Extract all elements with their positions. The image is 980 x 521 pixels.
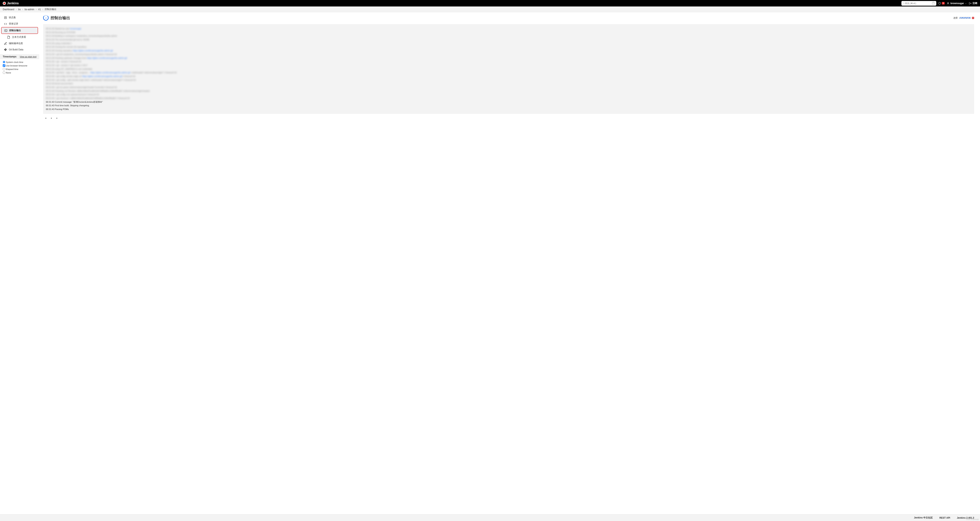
sidebar-item-label: 编辑编译信息 bbox=[9, 42, 23, 45]
jenkins-icon bbox=[3, 2, 6, 5]
brand-text: Jenkins bbox=[7, 2, 19, 5]
in-progress-icon bbox=[43, 15, 49, 21]
timestamp-option-browser-tz[interactable]: Use browser timezone bbox=[3, 64, 37, 67]
breadcrumb: Dashboard › bs › bs-admin › #1 › 控制台输出 bbox=[0, 6, 980, 12]
page-title: 控制台输出 bbox=[51, 15, 70, 21]
breadcrumb-item[interactable]: bs-admin bbox=[24, 8, 34, 11]
git
git-icon bbox=[4, 48, 7, 51]
sidebar-item-label: Git Build Data bbox=[9, 48, 23, 51]
page-title-block: 控制台输出 bbox=[43, 15, 70, 21]
build-progress: 进度: ✕ bbox=[953, 16, 974, 19]
timestamp-option-none[interactable]: None bbox=[3, 71, 37, 74]
jenkins-brand-link[interactable]: Jenkins bbox=[3, 2, 19, 5]
svg-rect-7 bbox=[5, 29, 7, 32]
status-icon bbox=[4, 16, 7, 19]
sidebar-item-edit-build[interactable]: 编辑编译信息 bbox=[1, 40, 38, 46]
console-line: 00:31:43 First time build. Skipping chan… bbox=[46, 104, 971, 107]
alerts-button[interactable]: 1 bbox=[938, 2, 945, 5]
breadcrumb-item[interactable]: Dashboard bbox=[3, 8, 14, 11]
breadcrumb-item[interactable]: 控制台输出 bbox=[45, 8, 56, 11]
timestamps-title: Timestamps bbox=[3, 55, 16, 58]
shield-icon bbox=[938, 2, 941, 5]
radio-none[interactable] bbox=[3, 71, 5, 74]
main-container: 状态集 变更记录 控制台输出 文本方式查看 编辑编译信息 bbox=[0, 12, 980, 121]
sidebar-item-label: 控制台输出 bbox=[9, 29, 21, 32]
sidebar-item-status[interactable]: 状态集 bbox=[1, 14, 38, 21]
timestamps-options: System clock time Use browser timezone E… bbox=[0, 59, 39, 76]
logout-label: 注销 bbox=[972, 2, 977, 5]
timestamp-option-elapsed[interactable]: Elapsed time bbox=[3, 68, 37, 70]
logout-icon bbox=[969, 2, 972, 5]
chevron-right-icon: › bbox=[22, 8, 23, 11]
search-box[interactable]: ? bbox=[901, 1, 936, 6]
console-output: 00:31:30 Started by user brownsugar 00:3… bbox=[43, 24, 974, 114]
sidebar-item-plaintext[interactable]: 文本方式查看 bbox=[1, 34, 38, 40]
sidebar-item-changes[interactable]: 变更记录 bbox=[1, 21, 38, 27]
option-label: Use browser timezone bbox=[6, 64, 27, 67]
sidebar-item-label: 状态集 bbox=[9, 16, 16, 19]
chevron-down-icon bbox=[965, 2, 967, 4]
breadcrumb-item[interactable]: #1 bbox=[38, 8, 41, 11]
option-label: System clock time bbox=[6, 61, 23, 63]
option-label: Elapsed time bbox=[6, 68, 18, 70]
page-header: 控制台输出 进度: ✕ bbox=[43, 15, 974, 21]
header-right: ? 1 brownsugar 注销 bbox=[901, 1, 977, 6]
radio-system-clock[interactable] bbox=[3, 61, 5, 63]
progress-bar bbox=[959, 17, 971, 19]
search-help-icon[interactable]: ? bbox=[932, 2, 935, 5]
sidebar-item-console[interactable]: 控制台输出 bbox=[1, 27, 38, 34]
loading-indicator bbox=[46, 118, 974, 119]
user-menu[interactable]: brownsugar bbox=[947, 2, 967, 5]
edit-icon bbox=[4, 42, 7, 45]
logout-link[interactable]: 注销 bbox=[969, 2, 977, 5]
user-icon bbox=[947, 2, 950, 5]
changes-icon bbox=[4, 22, 7, 25]
option-label: None bbox=[6, 72, 11, 74]
svg-point-0 bbox=[903, 3, 904, 3]
sidebar-item-label: 变更记录 bbox=[9, 22, 18, 25]
content: 控制台输出 进度: ✕ 00:31:30 Started by user bro… bbox=[39, 12, 980, 121]
view-plain-text-link[interactable]: View as plain text bbox=[20, 56, 37, 58]
svg-line-1 bbox=[904, 3, 905, 4]
checkbox-browser-tz[interactable] bbox=[3, 64, 5, 67]
terminal-icon bbox=[4, 29, 8, 32]
radio-elapsed[interactable] bbox=[3, 68, 5, 70]
timestamps-header: Timestamps View as plain text bbox=[0, 54, 39, 59]
chevron-right-icon: › bbox=[36, 8, 37, 11]
console-line: 00:31:43 Parsing POMs bbox=[46, 107, 971, 111]
console-redacted-block: 00:31:30 Started by user brownsugar 00:3… bbox=[46, 27, 971, 100]
main-header: Jenkins ? 1 brownsugar bbox=[0, 0, 980, 6]
search-input[interactable] bbox=[905, 2, 932, 5]
chevron-right-icon: › bbox=[42, 8, 43, 11]
search-icon bbox=[903, 2, 905, 5]
progress-label: 进度: bbox=[953, 16, 958, 19]
console-line: 00:31:43 Commit message: "新增Docker&Jenki… bbox=[46, 100, 971, 104]
timestamp-option-system-clock[interactable]: System clock time bbox=[3, 61, 37, 63]
sidebar-item-label: 文本方式查看 bbox=[12, 35, 26, 39]
dot-icon bbox=[46, 118, 46, 119]
username-label: brownsugar bbox=[950, 2, 964, 5]
cancel-build-button[interactable]: ✕ bbox=[972, 17, 974, 19]
svg-point-2 bbox=[948, 2, 949, 3]
document-icon bbox=[7, 36, 10, 39]
chevron-right-icon: › bbox=[16, 8, 17, 11]
header-left: Jenkins bbox=[3, 2, 19, 5]
sidebar: 状态集 变更记录 控制台输出 文本方式查看 编辑编译信息 bbox=[0, 12, 39, 121]
sidebar-item-git-data[interactable]: Git Build Data bbox=[1, 47, 38, 53]
dot-icon bbox=[56, 118, 57, 119]
alert-badge: 1 bbox=[942, 2, 945, 5]
dot-icon bbox=[51, 118, 52, 119]
breadcrumb-item[interactable]: bs bbox=[18, 8, 21, 11]
